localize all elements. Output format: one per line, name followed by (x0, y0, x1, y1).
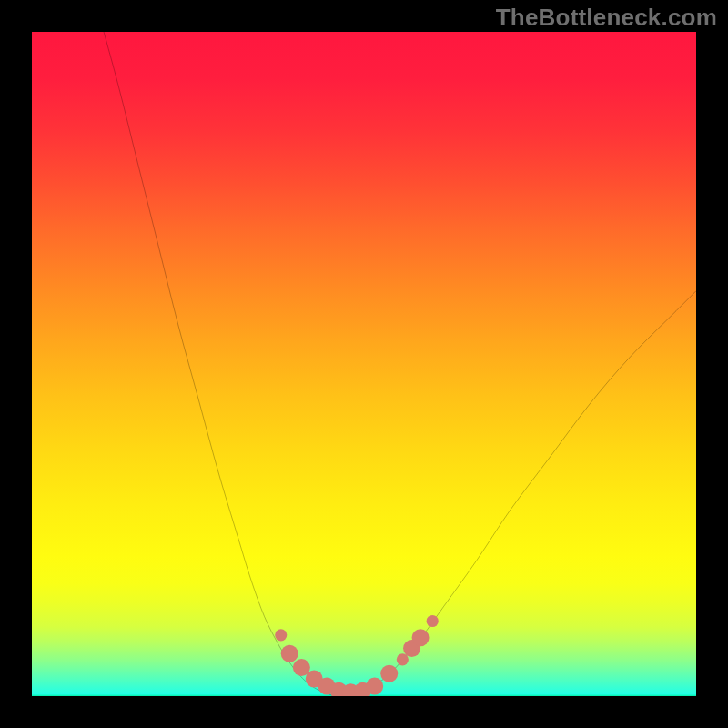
highlight-dot (281, 645, 298, 662)
highlight-dot (366, 678, 383, 695)
highlight-dot (397, 653, 409, 665)
plot-area (32, 32, 696, 696)
bottleneck-curve (98, 32, 696, 696)
chart-svg (32, 32, 696, 696)
highlight-dot (427, 615, 439, 627)
highlight-dot (275, 629, 287, 641)
curve-layer (98, 32, 696, 696)
highlight-dot (412, 629, 430, 646)
highlight-dot (380, 665, 398, 682)
watermark-text: TheBottleneck.com (496, 4, 717, 32)
highlight-points (275, 615, 439, 696)
chart-frame: TheBottleneck.com (0, 0, 728, 728)
